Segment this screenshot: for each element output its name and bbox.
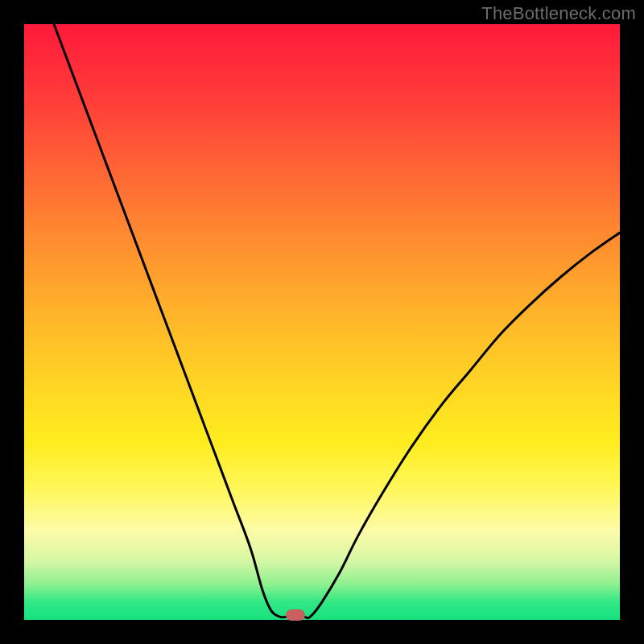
bottleneck-curve [54,24,620,618]
optimum-marker [286,609,305,621]
curve-svg [24,24,620,620]
chart-frame: TheBottleneck.com [0,0,644,644]
watermark-text: TheBottleneck.com [481,3,636,24]
gradient-plot-area [24,24,620,620]
